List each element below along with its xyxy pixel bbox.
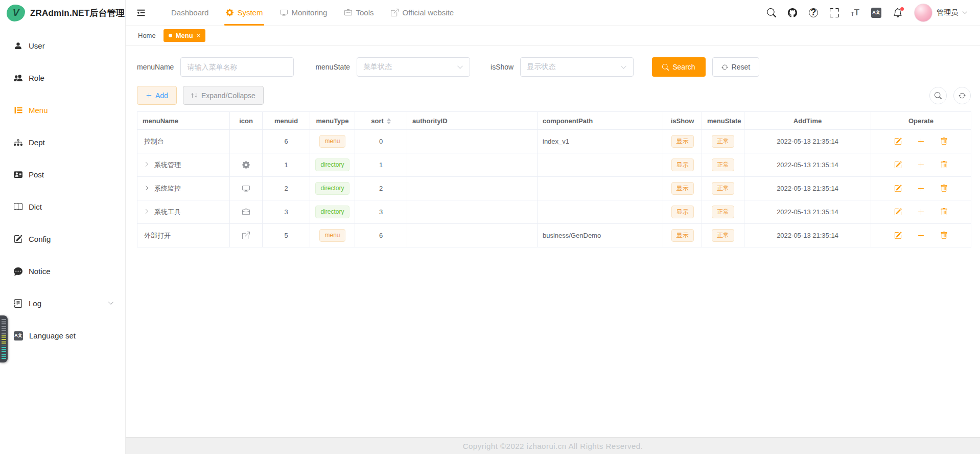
tab-tools[interactable]: Tools <box>336 0 382 26</box>
tag-home[interactable]: Home <box>138 32 156 39</box>
col-sort[interactable]: sort <box>355 112 407 130</box>
tab-label: Official website <box>402 8 454 17</box>
sidebar-item-label: Post <box>29 170 44 179</box>
filter-form: menuName menuState 菜单状态 isShow 显示状态 Sear… <box>137 57 971 77</box>
menu-state-select[interactable]: 菜单状态 <box>357 57 470 77</box>
menu-state-cell: 正常 <box>702 200 744 224</box>
help-icon[interactable]: ? <box>809 8 818 17</box>
external-link-icon <box>391 9 399 16</box>
edit-icon[interactable] <box>894 231 902 240</box>
expand-collapse-button[interactable]: Expand/Collapse <box>183 86 264 105</box>
chevron-down-icon <box>108 300 114 307</box>
tab-system[interactable]: System <box>217 0 271 26</box>
sidebar: V ZRAdmin.NET后台管理 User Role Menu Dept Po… <box>0 0 126 454</box>
search-icon[interactable] <box>767 8 776 17</box>
sidebar-item-language-set[interactable]: A文 Language set <box>0 320 125 352</box>
expand-arrow-icon[interactable] <box>144 162 150 167</box>
tab-monitoring[interactable]: Monitoring <box>271 0 336 26</box>
reset-button[interactable]: Reset <box>712 57 760 77</box>
table-row: 系统工具 3 directory 3 显示 正常 2022-05-13 21:3… <box>137 200 971 224</box>
sidebar-item-label: Language set <box>29 331 76 340</box>
authority-id-cell <box>407 224 538 247</box>
icon-cell <box>230 177 263 200</box>
edit-icon[interactable] <box>894 137 902 146</box>
tab-dashboard[interactable]: Dashboard <box>162 0 217 26</box>
language-switch-icon[interactable]: A文 <box>871 8 881 18</box>
menu-state-cell: 正常 <box>702 130 744 153</box>
sidebar-item-role[interactable]: Role <box>0 62 125 94</box>
sort-cell: 2 <box>355 177 407 200</box>
delete-icon[interactable] <box>940 137 948 146</box>
performance-monitor-widget[interactable] <box>0 315 8 362</box>
menu-name-input[interactable] <box>180 57 294 77</box>
show-search-toggle-button[interactable] <box>929 87 947 104</box>
is-show-select[interactable]: 显示状态 <box>520 57 634 77</box>
add-time-cell: 2022-05-13 21:35:14 <box>744 130 871 153</box>
search-icon <box>662 64 669 71</box>
app-logo: V <box>7 5 25 21</box>
is-show-label: isShow <box>491 63 514 71</box>
sort-arrows-icon <box>191 92 198 99</box>
add-child-icon[interactable] <box>917 161 925 169</box>
id-badge-icon <box>14 170 22 179</box>
sidebar-item-post[interactable]: Post <box>0 158 125 191</box>
monitor-icon <box>280 9 288 16</box>
delete-icon[interactable] <box>940 184 948 193</box>
fullscreen-icon[interactable] <box>830 8 839 17</box>
component-path-cell: business/GenDemo <box>538 224 663 247</box>
expand-arrow-icon[interactable] <box>144 209 150 214</box>
delete-icon[interactable] <box>940 161 948 169</box>
app-logo-row[interactable]: V ZRAdmin.NET后台管理 <box>0 0 125 26</box>
monitor-icon <box>242 184 250 193</box>
sidebar-item-config[interactable]: Config <box>0 223 125 255</box>
search-button[interactable]: Search <box>652 57 705 77</box>
github-icon[interactable] <box>788 8 797 17</box>
menu-type-tag: directory <box>315 182 349 195</box>
user-icon <box>14 41 22 50</box>
edit-icon[interactable] <box>894 208 902 216</box>
edit-icon[interactable] <box>894 184 902 193</box>
sidebar-item-label: Dict <box>29 202 42 211</box>
sidebar-item-user[interactable]: User <box>0 30 125 62</box>
gear-icon <box>226 9 234 16</box>
delete-icon[interactable] <box>940 208 948 216</box>
font-size-icon[interactable]: TT <box>851 8 859 17</box>
sidebar-item-notice[interactable]: Notice <box>0 255 125 287</box>
is-show-tag: 显示 <box>671 206 694 218</box>
close-icon[interactable]: × <box>197 32 201 39</box>
col-menuid: menuid <box>263 112 310 130</box>
expand-arrow-icon[interactable] <box>144 185 150 191</box>
col-menu-state: menuState <box>702 112 744 130</box>
edit-icon[interactable] <box>894 161 902 169</box>
sidebar-item-dict[interactable]: Dict <box>0 191 125 223</box>
is-show-cell: 显示 <box>663 224 702 247</box>
chat-dots-icon <box>14 267 22 276</box>
user-menu[interactable]: 管理员 <box>914 4 968 22</box>
add-child-icon[interactable] <box>917 184 925 193</box>
menu-state-cell: 正常 <box>702 153 744 177</box>
add-child-icon[interactable] <box>917 137 925 146</box>
sidebar-collapse-icon[interactable] <box>136 8 146 18</box>
menu-state-cell: 正常 <box>702 177 744 200</box>
col-operate: Operate <box>871 112 971 130</box>
notification-bell-icon[interactable] <box>893 8 902 17</box>
add-button[interactable]: Add <box>137 86 177 105</box>
tab-official-website[interactable]: Official website <box>382 0 462 26</box>
add-child-icon[interactable] <box>917 231 925 240</box>
operate-cell <box>871 177 971 200</box>
tab-label: System <box>237 8 263 17</box>
sidebar-item-menu[interactable]: Menu <box>0 94 125 126</box>
table-tools <box>929 87 971 104</box>
table-row: 外部打开 5 menu 6 business/GenDemo 显示 正常 202… <box>137 224 971 247</box>
add-child-icon[interactable] <box>917 208 925 216</box>
delete-icon[interactable] <box>940 231 948 240</box>
monitor-stripes-teal <box>2 346 6 359</box>
refresh-table-button[interactable] <box>953 87 971 104</box>
sidebar-item-log[interactable]: Log <box>0 287 125 320</box>
tab-label: Dashboard <box>171 8 208 17</box>
sort-caret-icon[interactable] <box>387 118 391 124</box>
menu-name-cell: 系统工具 <box>137 200 230 224</box>
sidebar-item-dept[interactable]: Dept <box>0 126 125 158</box>
menu-name-cell: 外部打开 <box>137 224 230 247</box>
tag-menu-active[interactable]: Menu × <box>164 29 206 42</box>
